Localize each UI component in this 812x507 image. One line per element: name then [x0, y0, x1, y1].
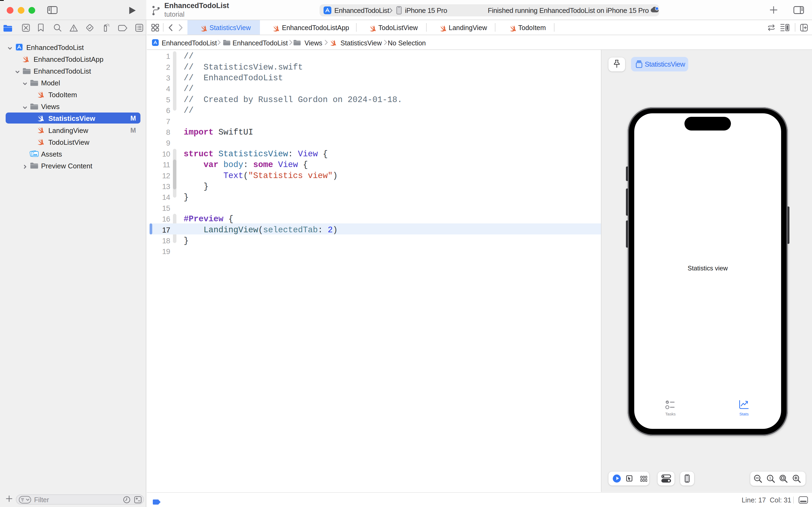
svg-text:1: 1: [769, 475, 771, 480]
